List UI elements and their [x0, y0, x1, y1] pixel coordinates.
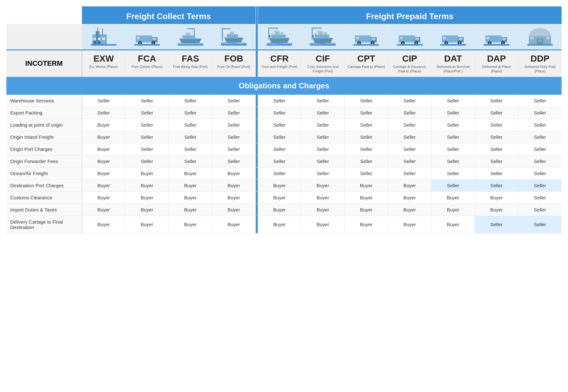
seller-cell: Seller — [475, 95, 518, 107]
icon-dat — [432, 24, 475, 50]
buyer-cell: Buyer — [258, 216, 301, 233]
table-row: Delivery Cartage to Final DestinationBuy… — [6, 216, 562, 233]
buyer-cell: Buyer — [388, 179, 431, 191]
seller-cell: Seller — [518, 167, 562, 179]
seller-cell: Seller — [301, 155, 344, 167]
divider-cell — [255, 155, 258, 167]
seller-cell: Seller — [169, 155, 212, 167]
incoterm-fca: FCA Free Carrier (Place) — [125, 50, 169, 77]
svg-rect-5 — [98, 38, 100, 40]
incoterm-codes-row: INCOTERM EXW Ex. Works (Place) FCA Free … — [6, 50, 562, 77]
incoterm-dat: DAT Delivered at Terminal (Place/Port ) — [432, 50, 475, 77]
svg-rect-43 — [281, 32, 283, 35]
divider-cell — [255, 191, 258, 203]
buyer-cell: Buyer — [82, 179, 125, 191]
table-row: Origin Port ChargesBuyerSellerSellerSell… — [6, 143, 562, 155]
incoterm-dap: DAP Delivered at Place (Place) — [475, 50, 518, 77]
freight-terms-header-row: Freight Collect Terms Freight Prepaid Te… — [6, 6, 562, 24]
svg-rect-27 — [186, 33, 190, 36]
seller-cell: Seller — [432, 131, 475, 143]
seller-cell: Seller — [169, 107, 212, 119]
seller-cell: Seller — [432, 107, 475, 119]
buyer-cell: Buyer — [432, 216, 475, 233]
svg-rect-49 — [312, 35, 314, 37]
seller-cell: Seller — [301, 95, 344, 107]
svg-rect-72 — [400, 37, 403, 39]
buyer-cell: Buyer — [212, 216, 255, 233]
seller-cell: Seller — [301, 167, 344, 179]
seller-cell: Seller — [388, 107, 431, 119]
obligations-header-row: Obligations and Charges — [6, 77, 562, 95]
table-row: Loading at point of originBuyerSellerSel… — [6, 119, 562, 131]
incoterm-fob: FOB Free On Board (Port) — [212, 50, 255, 77]
svg-rect-82 — [443, 37, 446, 39]
icon-ddp — [518, 24, 562, 50]
seller-cell: Seller — [475, 179, 518, 191]
row-label: Origin Forwarder Fees — [6, 155, 82, 167]
seller-cell: Seller — [475, 167, 518, 179]
svg-rect-31 — [222, 28, 231, 29]
seller-cell: Seller — [125, 95, 169, 107]
seller-cell: Seller — [125, 131, 169, 143]
svg-rect-102 — [527, 44, 553, 46]
buyer-cell: Buyer — [432, 203, 475, 216]
svg-rect-47 — [312, 27, 321, 29]
seller-cell: Seller — [258, 167, 301, 179]
svg-rect-6 — [102, 38, 105, 40]
row-label: Loading at point of origin — [6, 119, 82, 131]
buyer-cell: Buyer — [301, 179, 344, 191]
svg-point-71 — [415, 42, 417, 44]
svg-rect-92 — [486, 37, 490, 39]
buyer-cell: Buyer — [212, 167, 255, 179]
table-row: Export PackingSellerSellerSellerSellerSe… — [6, 107, 562, 119]
buyer-cell: Buyer — [344, 216, 388, 233]
row-label: Ocean/Air Freight — [6, 167, 82, 179]
icon-cfr — [258, 24, 301, 50]
seller-cell: Seller — [301, 143, 344, 155]
seller-cell: Seller — [432, 167, 475, 179]
buyer-cell: Buyer — [258, 203, 301, 216]
seller-cell: Seller — [518, 107, 562, 119]
seller-cell: Seller — [518, 143, 562, 155]
table-row: Ocean/Air FreightBuyerBuyerBuyerBuyerSel… — [6, 167, 562, 179]
seller-cell: Seller — [475, 143, 518, 155]
buyer-cell: Buyer — [301, 216, 344, 233]
buyer-cell: Buyer — [388, 191, 431, 203]
svg-rect-74 — [397, 44, 423, 46]
seller-cell: Seller — [518, 95, 562, 107]
divider-cell — [255, 203, 258, 216]
seller-cell: Seller — [82, 107, 125, 119]
buyer-cell: Buyer — [82, 167, 125, 179]
row-label: Origin Port Charges — [6, 143, 82, 155]
row-label: Export Packing — [6, 107, 82, 119]
table-row: Destination Port ChargesBuyerBuyerBuyerB… — [6, 179, 562, 191]
seller-cell: Seller — [344, 167, 388, 179]
seller-cell: Seller — [518, 155, 562, 167]
seller-cell: Seller — [344, 143, 388, 155]
seller-cell: Seller — [475, 131, 518, 143]
svg-rect-100 — [530, 37, 534, 39]
buyer-cell: Buyer — [169, 191, 212, 203]
incoterms-table: Freight Collect Terms Freight Prepaid Te… — [6, 6, 562, 233]
buyer-cell: Buyer — [125, 191, 169, 203]
seller-cell: Seller — [518, 191, 562, 203]
svg-point-61 — [372, 42, 373, 44]
table-row: Import Duties & TaxesBuyerBuyerBuyerBuye… — [6, 203, 562, 216]
seller-cell: Seller — [82, 95, 125, 107]
buyer-cell: Buyer — [212, 179, 255, 191]
seller-cell: Seller — [169, 119, 212, 131]
incoterm-main-label: INCOTERM — [6, 50, 82, 77]
seller-cell: Seller — [475, 216, 518, 233]
buyer-cell: Buyer — [258, 179, 301, 191]
buyer-cell: Buyer — [212, 203, 255, 216]
buyer-cell: Buyer — [258, 191, 301, 203]
seller-cell: Seller — [388, 143, 431, 155]
freight-prepaid-header: Freight Prepaid Terms — [258, 6, 562, 24]
seller-cell: Seller — [258, 119, 301, 131]
seller-cell: Seller — [518, 179, 562, 191]
svg-rect-4 — [93, 38, 96, 40]
buyer-cell: Buyer — [82, 203, 125, 216]
seller-cell: Seller — [518, 131, 562, 143]
buyer-cell: Buyer — [475, 203, 518, 216]
seller-cell: Seller — [432, 143, 475, 155]
